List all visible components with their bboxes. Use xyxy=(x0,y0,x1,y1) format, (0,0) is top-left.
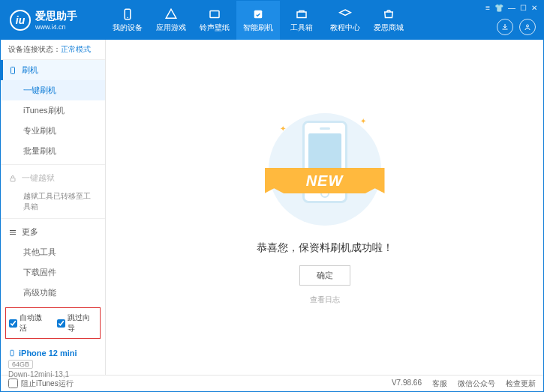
sidebar-item-pro-flash[interactable]: 专业刷机 xyxy=(1,121,105,141)
sidebar: 设备连接状态：正常模式 刷机 一键刷机 iTunes刷机 专业刷机 批量刷机 一… xyxy=(1,40,106,375)
svg-rect-7 xyxy=(11,178,15,181)
section-label: 一键越狱 xyxy=(22,172,55,184)
nav-tutorials[interactable]: 教程中心 xyxy=(323,1,367,40)
check-update-link[interactable]: 检查更新 xyxy=(506,379,536,389)
logo-icon: iu xyxy=(10,10,31,31)
nav-store[interactable]: 爱思商城 xyxy=(367,1,410,40)
version-label: V7.98.66 xyxy=(392,379,422,389)
conn-label: 设备连接状态： xyxy=(8,45,61,53)
sidebar-item-download-fw[interactable]: 下载固件 xyxy=(1,262,105,283)
user-button[interactable] xyxy=(519,19,536,35)
nav-label: 工具箱 xyxy=(290,22,313,33)
block-itunes-checkbox[interactable] xyxy=(8,379,18,388)
nav-label: 教程中心 xyxy=(330,22,360,33)
skin-icon[interactable]: 👕 xyxy=(494,4,503,12)
support-link[interactable]: 客服 xyxy=(432,379,447,389)
sidebar-section-jailbreak: 一键越狱 xyxy=(1,168,105,188)
options-box: 自动激活 跳过向导 xyxy=(5,307,101,339)
nav-label: 爱思商城 xyxy=(374,22,404,33)
app-url: www.i4.cn xyxy=(35,23,77,31)
sidebar-section-flash[interactable]: 刷机 xyxy=(1,60,105,80)
svg-rect-4 xyxy=(297,12,306,18)
cb-label: 自动激活 xyxy=(20,313,50,334)
section-label: 刷机 xyxy=(22,64,38,76)
cb-label: 跳过向导 xyxy=(68,313,98,334)
section-label: 更多 xyxy=(22,226,38,238)
success-illustration: ✦ ✦ ✦ NEW xyxy=(257,109,392,229)
block-itunes-label: 阻止iTunes运行 xyxy=(21,379,74,389)
svg-point-5 xyxy=(527,25,529,27)
app-title: 爱思助手 xyxy=(35,10,77,23)
svg-rect-8 xyxy=(11,350,14,356)
sidebar-item-itunes-flash[interactable]: iTunes刷机 xyxy=(1,100,105,121)
close-icon[interactable]: ✕ xyxy=(531,4,537,12)
nav-label: 智能刷机 xyxy=(243,22,273,33)
device-model: Down-12mini-13,1 xyxy=(8,370,98,379)
ribbon-text: NEW xyxy=(306,172,344,190)
app-header: iu 爱思助手 www.i4.cn 我的设备 应用游戏 铃声壁纸 智能刷机 工具… xyxy=(1,1,543,40)
success-message: 恭喜您，保资料刷机成功啦！ xyxy=(257,241,393,255)
svg-rect-2 xyxy=(210,11,219,18)
ok-button[interactable]: 确定 xyxy=(299,265,350,286)
nav-label: 我的设备 xyxy=(113,22,143,33)
main-nav: 我的设备 应用游戏 铃声壁纸 智能刷机 工具箱 教程中心 爱思商城 xyxy=(106,1,410,40)
sidebar-item-oneclick-flash[interactable]: 一键刷机 xyxy=(1,80,105,100)
sidebar-item-batch-flash[interactable]: 批量刷机 xyxy=(1,141,105,161)
device-info[interactable]: iPhone 12 mini 64GB Down-12mini-13,1 xyxy=(1,343,105,383)
svg-rect-6 xyxy=(11,67,15,73)
nav-label: 铃声壁纸 xyxy=(200,22,230,33)
svg-rect-3 xyxy=(254,10,263,19)
minimize-icon[interactable]: — xyxy=(508,4,515,12)
conn-mode: 正常模式 xyxy=(61,45,91,53)
sidebar-item-advanced[interactable]: 高级功能 xyxy=(1,283,105,303)
window-controls: ≡ 👕 — ☐ ✕ xyxy=(485,4,537,12)
wechat-link[interactable]: 微信公众号 xyxy=(458,379,495,389)
download-button[interactable] xyxy=(497,19,513,35)
maximize-icon[interactable]: ☐ xyxy=(520,4,527,12)
checkbox-auto-activate[interactable]: 自动激活 xyxy=(9,313,50,334)
sidebar-item-other-tools[interactable]: 其他工具 xyxy=(1,242,105,262)
nav-my-device[interactable]: 我的设备 xyxy=(106,1,149,40)
nav-ringtones[interactable]: 铃声壁纸 xyxy=(193,1,236,40)
jailbreak-note: 越狱工具已转移至工具箱 xyxy=(1,188,105,215)
logo-area: iu 爱思助手 www.i4.cn xyxy=(1,10,106,31)
nav-apps[interactable]: 应用游戏 xyxy=(149,1,193,40)
sidebar-section-more[interactable]: 更多 xyxy=(1,222,105,242)
main-content: ✦ ✦ ✦ NEW 恭喜您，保资料刷机成功啦！ 确定 查看日志 xyxy=(106,40,543,375)
view-log-link[interactable]: 查看日志 xyxy=(310,295,340,305)
nav-smart-flash[interactable]: 智能刷机 xyxy=(236,1,280,40)
skip-guide-input[interactable] xyxy=(57,319,65,328)
nav-toolbox[interactable]: 工具箱 xyxy=(280,1,323,40)
device-storage: 64GB xyxy=(8,360,33,369)
device-name: iPhone 12 mini xyxy=(8,348,98,358)
menu-icon[interactable]: ≡ xyxy=(485,4,490,12)
nav-label: 应用游戏 xyxy=(156,22,186,33)
connection-status: 设备连接状态：正常模式 xyxy=(1,40,105,60)
svg-point-1 xyxy=(127,17,128,19)
auto-activate-input[interactable] xyxy=(9,319,17,328)
checkbox-skip-guide[interactable]: 跳过向导 xyxy=(57,313,98,334)
